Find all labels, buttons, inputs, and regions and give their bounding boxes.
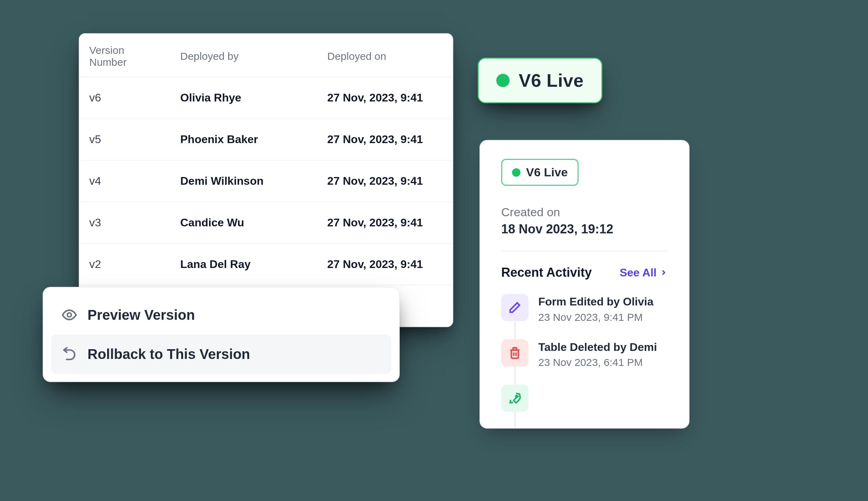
- cell-version: v6: [79, 77, 170, 119]
- cell-version: v2: [79, 244, 170, 285]
- svg-point-0: [67, 313, 71, 317]
- recent-activity-title: Recent Activity: [501, 265, 592, 280]
- version-details-card: V6 Live Created on 18 Nov 2023, 19:12 Re…: [479, 140, 690, 429]
- table-row[interactable]: v6 Olivia Rhye 27 Nov, 2023, 9:41: [79, 77, 453, 119]
- cell-version: v3: [79, 202, 170, 244]
- cell-deployed-by: Lana Del Ray: [170, 244, 317, 285]
- activity-list: Form Edited by Olivia 23 Nov 2023, 9:41 …: [501, 294, 668, 428]
- activity-item[interactable]: Form Edited by Olivia 23 Nov 2023, 9:41 …: [501, 294, 668, 339]
- cell-deployed-by: Olivia Rhye: [170, 77, 317, 119]
- live-badge-small: V6 Live: [501, 159, 579, 186]
- cell-deployed-on: 27 Nov, 2023, 9:41: [317, 202, 453, 244]
- svg-point-1: [516, 396, 518, 397]
- cell-version: v5: [79, 119, 170, 160]
- chevron-right-icon: [659, 268, 668, 277]
- menu-item-label: Preview Version: [88, 307, 195, 323]
- cell-deployed-on: 27 Nov, 2023, 9:41: [317, 244, 453, 285]
- created-on-value: 18 Nov 2023, 19:12: [501, 222, 668, 237]
- live-badge-label: V6 Live: [519, 70, 584, 91]
- version-history-card: Version Number Deployed by Deployed on v…: [79, 33, 453, 327]
- see-all-link[interactable]: See All: [620, 266, 668, 279]
- trash-icon: [501, 339, 528, 367]
- rollback-menu-item[interactable]: Rollback to This Version: [51, 334, 391, 374]
- activity-title: Table Deleted by Demi: [538, 340, 657, 355]
- status-dot-icon: [496, 74, 510, 87]
- rocket-icon: [501, 384, 528, 412]
- table-row[interactable]: v2 Lana Del Ray 27 Nov, 2023, 9:41: [79, 244, 453, 285]
- cell-deployed-by: Demi Wilkinson: [170, 160, 317, 202]
- menu-item-label: Rollback to This Version: [88, 346, 250, 362]
- see-all-label: See All: [620, 266, 657, 279]
- cell-deployed-on: 27 Nov, 2023, 9:41: [317, 160, 453, 202]
- cell-deployed-on: 27 Nov, 2023, 9:41: [317, 77, 453, 119]
- status-dot-icon: [512, 168, 520, 177]
- column-header-deployed-by: Deployed by: [170, 34, 317, 77]
- cell-deployed-on: 27 Nov, 2023, 9:41: [317, 119, 453, 160]
- cell-version: v4: [79, 160, 170, 202]
- column-header-deployed-on: Deployed on: [317, 34, 453, 77]
- preview-version-menu-item[interactable]: Preview Version: [51, 295, 391, 334]
- activity-item[interactable]: Table Deleted by Demi 23 Nov 2023, 6:41 …: [501, 339, 668, 385]
- activity-item[interactable]: [501, 384, 668, 428]
- pencil-icon: [501, 294, 528, 321]
- activity-time: 23 Nov 2023, 9:41 PM: [538, 311, 653, 323]
- live-badge-large: V6 Live: [478, 58, 602, 103]
- context-menu: Preview Version Rollback to This Version: [43, 287, 400, 382]
- table-row[interactable]: v5 Phoenix Baker 27 Nov, 2023, 9:41: [79, 119, 453, 160]
- divider: [501, 250, 668, 251]
- activity-time: 23 Nov 2023, 6:41 PM: [538, 357, 657, 368]
- activity-title: Form Edited by Olivia: [538, 295, 653, 309]
- live-badge-label: V6 Live: [526, 165, 568, 179]
- version-history-table: Version Number Deployed by Deployed on v…: [79, 34, 453, 326]
- cell-deployed-by: Phoenix Baker: [170, 119, 317, 160]
- eye-icon: [61, 306, 78, 323]
- undo-icon: [61, 346, 78, 362]
- table-row[interactable]: v4 Demi Wilkinson 27 Nov, 2023, 9:41: [79, 160, 453, 202]
- cell-deployed-by: Candice Wu: [170, 202, 317, 244]
- column-header-version: Version Number: [79, 34, 170, 77]
- created-on-label: Created on: [501, 205, 668, 219]
- table-row[interactable]: v3 Candice Wu 27 Nov, 2023, 9:41: [79, 202, 453, 244]
